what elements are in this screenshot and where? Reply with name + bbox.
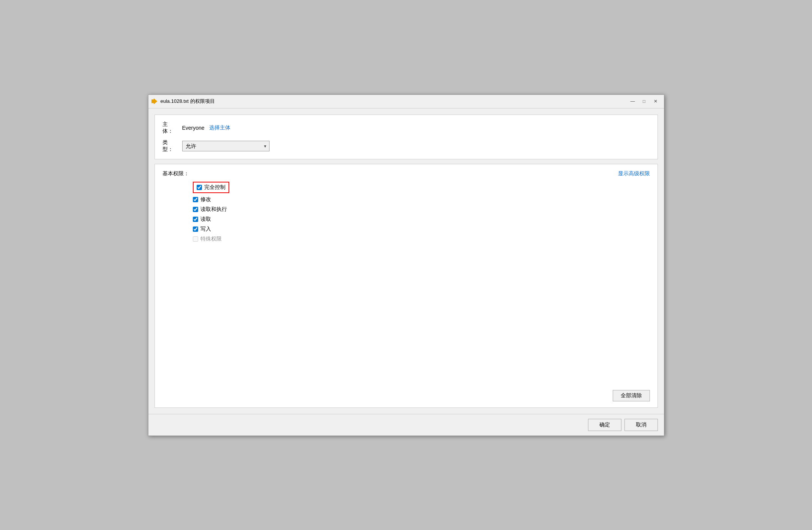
permission-special-label: 特殊权限 bbox=[200, 236, 222, 242]
maximize-button[interactable]: □ bbox=[639, 97, 650, 106]
select-subject-link[interactable]: 选择主体 bbox=[209, 124, 230, 131]
permission-write-label: 写入 bbox=[200, 226, 211, 233]
subject-value: Everyone bbox=[182, 125, 205, 131]
top-section: 主体： Everyone 选择主体 类型： 允许 拒绝 ▼ bbox=[155, 115, 658, 159]
cancel-button[interactable]: 取消 bbox=[624, 419, 658, 431]
permission-readexec-checkbox[interactable] bbox=[193, 207, 198, 212]
main-section: 基本权限： 显示高级权限 完全控制 修改 读取和执行 bbox=[155, 164, 658, 408]
type-row: 类型： 允许 拒绝 ▼ bbox=[162, 139, 650, 153]
permission-full-control-row: 完全控制 bbox=[193, 182, 229, 193]
window-content: 主体： Everyone 选择主体 类型： 允许 拒绝 ▼ 基本权限： 显示高级… bbox=[148, 109, 664, 414]
window-icon bbox=[151, 98, 158, 104]
confirm-button[interactable]: 确定 bbox=[588, 419, 621, 431]
permission-modify-row: 修改 bbox=[193, 196, 650, 203]
permission-write-row: 写入 bbox=[193, 226, 650, 233]
window-controls: — □ ✕ bbox=[628, 97, 661, 106]
basic-permissions-label: 基本权限： bbox=[162, 170, 189, 177]
permission-full-control-checkbox[interactable] bbox=[197, 185, 202, 190]
permission-full-control-label: 完全控制 bbox=[204, 184, 225, 191]
dialog-window: eula.1028.txt 的权限项目 — □ ✕ 主体： Everyone 选… bbox=[148, 94, 664, 436]
window-title: eula.1028.txt 的权限项目 bbox=[161, 98, 628, 105]
footer-bar: 确定 取消 bbox=[148, 414, 664, 436]
minimize-button[interactable]: — bbox=[628, 97, 638, 106]
permission-modify-checkbox[interactable] bbox=[193, 197, 198, 202]
permission-readexec-row: 读取和执行 bbox=[193, 206, 650, 213]
permission-read-row: 读取 bbox=[193, 216, 650, 223]
close-button[interactable]: ✕ bbox=[650, 97, 661, 106]
subject-label: 主体： bbox=[162, 121, 178, 135]
type-dropdown-wrapper: 允许 拒绝 ▼ bbox=[182, 141, 270, 151]
type-label: 类型： bbox=[162, 139, 178, 153]
subject-row: 主体： Everyone 选择主体 bbox=[162, 121, 650, 135]
permissions-list: 完全控制 修改 读取和执行 读取 bbox=[193, 182, 650, 242]
permission-write-checkbox[interactable] bbox=[193, 226, 198, 232]
permission-read-label: 读取 bbox=[200, 216, 211, 223]
show-advanced-link[interactable]: 显示高级权限 bbox=[618, 170, 650, 177]
permission-special-checkbox bbox=[193, 236, 198, 242]
type-dropdown[interactable]: 允许 拒绝 bbox=[182, 141, 270, 151]
permission-readexec-label: 读取和执行 bbox=[200, 206, 227, 213]
title-bar: eula.1028.txt 的权限项目 — □ ✕ bbox=[148, 95, 664, 109]
permission-read-checkbox[interactable] bbox=[193, 217, 198, 222]
permissions-header: 基本权限： 显示高级权限 bbox=[162, 170, 650, 177]
permission-special-row: 特殊权限 bbox=[193, 236, 650, 242]
permission-modify-label: 修改 bbox=[200, 196, 211, 203]
clear-all-button[interactable]: 全部清除 bbox=[613, 390, 650, 401]
